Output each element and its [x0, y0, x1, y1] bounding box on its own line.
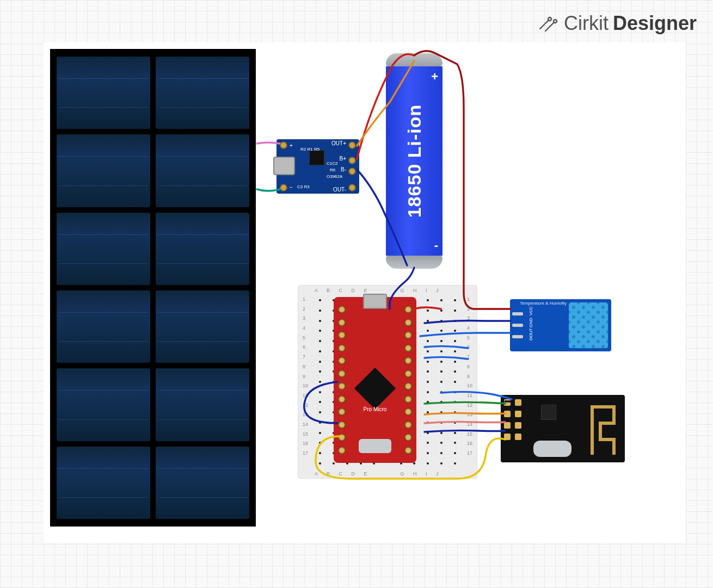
- label-silk: O3962A: [327, 174, 342, 179]
- nrf-crystal-icon: [533, 441, 571, 457]
- bb-columns-top: A B C D E F G H I J: [315, 288, 442, 293]
- label-c3r3: C3 R3: [297, 184, 310, 189]
- dht-pin-gnd: GND: [528, 318, 533, 327]
- svg-point-1: [554, 20, 557, 23]
- label-out-plus: OUT+: [331, 140, 346, 146]
- promicro-crystal-icon: [359, 439, 391, 453]
- diagram-canvas[interactable]: + − OUT+ OUT- B+ B- R2 R1 R5 C1C2 R6 O39…: [44, 42, 686, 543]
- pad-out-plus: [348, 141, 356, 149]
- dht-title: Temperature & Humidity: [520, 301, 567, 306]
- bb-columns-bottom: A B C D E F G H I J: [315, 471, 442, 476]
- bb-rows-left: 12 34 56 78 910 1112 1314 1516 17: [303, 296, 308, 456]
- promicro-label: Pro Micro: [364, 406, 387, 412]
- arduino-pro-micro[interactable]: Pro Micro: [334, 297, 416, 463]
- battery-plus-sign: +: [431, 70, 438, 84]
- label-out-minus: OUT-: [333, 187, 346, 193]
- label-b-plus: B+: [339, 156, 346, 162]
- promicro-pins-left: [337, 306, 347, 454]
- dht-sensor-cap-icon: [569, 302, 608, 348]
- pad-out-minus: [348, 184, 356, 191]
- svg-point-0: [548, 17, 551, 21]
- brand-name: Cirkit: [564, 12, 608, 35]
- brand-suffix: Designer: [613, 12, 697, 35]
- nrf-ic-icon: [541, 405, 556, 420]
- dht-pin-dout: DOUT: [528, 328, 533, 341]
- pad-in-plus: [280, 141, 287, 149]
- dht-pin-vcc: VCC: [528, 306, 533, 315]
- solar-panel[interactable]: [50, 49, 256, 527]
- battery-18650[interactable]: + 18650 Li-ion -: [386, 53, 442, 269]
- pad-b-minus: [348, 168, 356, 175]
- dht-pins: [512, 308, 527, 343]
- label-c: C1C2: [327, 161, 337, 166]
- label-r6: R6: [330, 168, 335, 172]
- nrf-header-pins: [504, 399, 524, 443]
- promicro-pins-right: [403, 306, 413, 454]
- nrf24l01-module[interactable]: [501, 395, 625, 462]
- bb-rows-right: 12 34 56 78 910 1112 1314 1516 17: [467, 296, 472, 456]
- promicro-usb-icon: [363, 294, 387, 309]
- brand-logo-icon: [538, 13, 560, 34]
- label-in-minus: −: [290, 184, 293, 190]
- brand-watermark: Cirkit Designer: [538, 12, 697, 35]
- battery-minus-sign: -: [434, 238, 438, 252]
- micro-usb-port-icon: [273, 157, 295, 175]
- battery-cap-top: [386, 53, 442, 66]
- label-b-minus: B-: [341, 166, 346, 172]
- label-r: R2 R1 R5: [300, 147, 319, 152]
- pad-b-plus: [348, 157, 356, 164]
- battery-cap-bottom: [386, 256, 442, 269]
- nrf-antenna-icon: [587, 401, 619, 456]
- tp4056-module[interactable]: + − OUT+ OUT- B+ B- R2 R1 R5 C1C2 R6 O39…: [276, 139, 359, 194]
- battery-body: + 18650 Li-ion -: [386, 66, 442, 256]
- battery-label: 18650 Li-ion: [404, 104, 425, 218]
- pad-in-minus: [280, 184, 287, 191]
- tp4056-ic-icon: [309, 150, 324, 165]
- label-in-plus: +: [290, 143, 293, 148]
- dht-sensor-module[interactable]: Temperature & Humidity VCC GND DOUT: [510, 299, 611, 351]
- promicro-mcu-icon: [354, 368, 396, 409]
